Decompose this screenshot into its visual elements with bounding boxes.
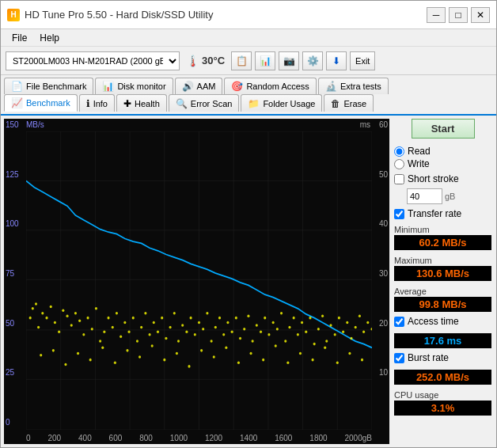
content-area: MB/s ms 150 125 100 75 50 25 0 60 50 40 … <box>1 116 496 447</box>
read-radio[interactable] <box>394 146 404 157</box>
short-stroke-label: Short stroke <box>408 173 459 184</box>
transfer-rate-checkbox[interactable] <box>394 209 404 219</box>
download-icon-btn[interactable]: ⬇ <box>326 51 347 70</box>
svg-point-98 <box>355 326 357 329</box>
svg-point-31 <box>78 319 81 322</box>
tab-extra-tests[interactable]: 🔬 Extra tests <box>318 78 389 94</box>
svg-point-26 <box>58 331 60 334</box>
svg-point-22 <box>41 312 44 315</box>
svg-point-77 <box>267 333 270 336</box>
tab-error-scan-label: Error Scan <box>191 99 233 108</box>
svg-point-37 <box>103 331 105 334</box>
short-stroke-checkbox-label[interactable]: Short stroke <box>394 173 491 184</box>
svg-point-30 <box>74 312 77 315</box>
exit-button[interactable]: Exit <box>350 51 375 70</box>
start-button[interactable]: Start <box>412 119 475 139</box>
avg-stat-block: Average 99.8 MB/s <box>394 287 491 312</box>
stroke-unit-label: gB <box>445 192 455 201</box>
svg-point-75 <box>260 331 262 334</box>
tab-error-scan[interactable]: 🔍 Error Scan <box>169 94 240 112</box>
thermometer-icon: 🌡️ <box>186 55 199 67</box>
svg-point-112 <box>151 344 154 347</box>
read-radio-label[interactable]: Read <box>394 146 491 157</box>
tab-aam[interactable]: 🔊 AAM <box>175 78 223 94</box>
tab-folder-usage[interactable]: 📁 Folder Usage <box>241 94 322 112</box>
stroke-input-row: gB <box>407 188 491 204</box>
tab-folder-usage-label: Folder Usage <box>263 99 315 108</box>
cpu-usage-stat-block: CPU usage 3.1% <box>394 390 491 416</box>
svg-point-127 <box>336 361 339 364</box>
svg-point-78 <box>272 321 275 325</box>
menu-file[interactable]: File <box>6 31 33 45</box>
tab-info[interactable]: ℹ Info <box>79 94 115 112</box>
tab-disk-monitor[interactable]: 📊 Disk monitor <box>95 78 173 94</box>
svg-point-19 <box>32 307 34 310</box>
svg-point-118 <box>225 347 227 350</box>
svg-point-40 <box>116 312 118 315</box>
svg-point-67 <box>226 321 229 325</box>
close-button[interactable]: ✕ <box>471 7 490 23</box>
burst-rate-checkbox-label[interactable]: Burst rate <box>394 352 491 363</box>
tab-random-access[interactable]: 🎯 Random Access <box>224 78 316 94</box>
svg-point-87 <box>309 317 311 320</box>
tab-disk-monitor-label: Disk monitor <box>117 82 165 91</box>
benchmark-icon: 📈 <box>11 97 23 108</box>
svg-point-60 <box>198 321 200 325</box>
svg-point-52 <box>165 337 167 340</box>
burst-rate-label: Burst rate <box>408 352 449 363</box>
disk-selector[interactable]: ST2000LM003 HN-M201RAD (2000 gB) <box>6 51 180 70</box>
svg-point-128 <box>348 352 351 355</box>
svg-point-48 <box>149 333 151 336</box>
read-write-group: Read Write <box>394 146 491 169</box>
svg-point-97 <box>350 337 352 340</box>
settings-icon-btn[interactable]: ⚙️ <box>302 51 323 70</box>
svg-point-41 <box>120 335 122 338</box>
svg-point-58 <box>190 317 192 320</box>
camera-icon-btn[interactable]: 📷 <box>279 51 299 70</box>
access-time-checkbox[interactable] <box>394 317 404 327</box>
write-radio-label[interactable]: Write <box>394 158 491 169</box>
tab-file-benchmark-label: File Benchmark <box>26 82 86 91</box>
svg-point-18 <box>29 317 32 320</box>
svg-point-119 <box>237 361 240 364</box>
maximize-button[interactable]: □ <box>449 7 468 23</box>
svg-point-129 <box>361 359 363 362</box>
short-stroke-checkbox[interactable] <box>394 174 404 184</box>
tab-benchmark[interactable]: 📈 Benchmark <box>4 94 78 112</box>
chart-unit-left: MB/s <box>26 120 44 129</box>
random-access-icon: 🎯 <box>231 81 243 92</box>
svg-point-29 <box>70 324 73 327</box>
svg-point-47 <box>144 312 146 315</box>
svg-point-95 <box>342 331 344 334</box>
burst-rate-checkbox[interactable] <box>394 353 404 363</box>
svg-point-76 <box>264 317 266 320</box>
tab-health[interactable]: ✚ Health <box>116 94 167 112</box>
menu-help[interactable]: Help <box>33 31 66 45</box>
svg-point-64 <box>214 326 217 329</box>
tab-erase[interactable]: 🗑 Erase <box>324 94 374 112</box>
svg-point-72 <box>247 315 249 318</box>
svg-point-83 <box>293 317 295 320</box>
tab-file-benchmark[interactable]: 📄 File Benchmark <box>4 78 93 94</box>
svg-point-120 <box>249 352 252 355</box>
minimize-button[interactable]: ─ <box>427 7 446 23</box>
disk-chart-icon-btn[interactable]: 📊 <box>255 51 275 70</box>
disk-info-icon-btn[interactable]: 📋 <box>231 51 252 70</box>
access-time-checkbox-label[interactable]: Access time <box>394 316 491 327</box>
svg-point-81 <box>284 340 286 343</box>
svg-point-111 <box>138 355 141 359</box>
svg-point-32 <box>82 333 85 336</box>
tab-random-access-label: Random Access <box>246 82 309 91</box>
burst-rate-value: 252.0 MB/s <box>394 370 491 385</box>
stroke-value-input[interactable] <box>407 188 442 204</box>
write-radio[interactable] <box>394 159 404 169</box>
access-time-value: 17.6 ms <box>394 333 491 348</box>
chart-x-labels: 0 200 400 600 800 1000 1200 1400 1600 18… <box>26 434 372 442</box>
svg-point-68 <box>231 331 233 334</box>
svg-point-116 <box>200 349 203 352</box>
svg-point-36 <box>99 340 101 343</box>
read-label: Read <box>408 146 431 157</box>
avg-value: 99.8 MB/s <box>394 297 491 312</box>
transfer-rate-checkbox-label[interactable]: Transfer rate <box>394 208 491 219</box>
svg-point-70 <box>239 337 241 340</box>
